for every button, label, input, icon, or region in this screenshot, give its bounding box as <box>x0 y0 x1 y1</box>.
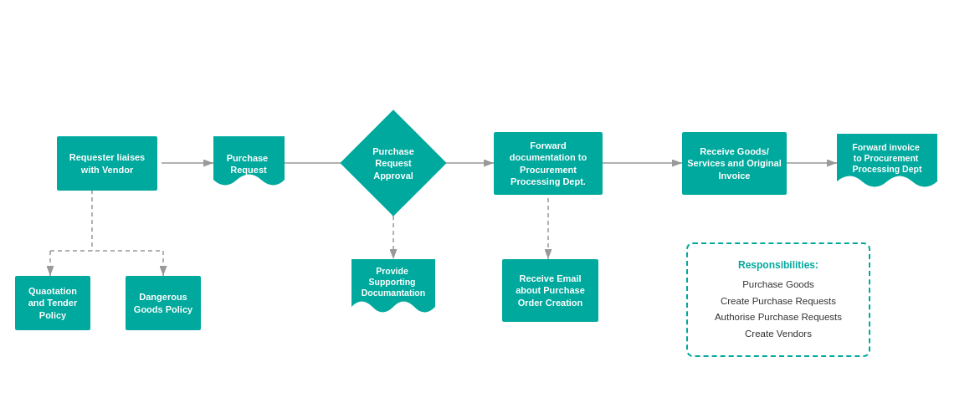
responsibilities-title: Responsibilities: <box>705 257 852 273</box>
responsibility-item-2: Create Purchase Requests <box>705 293 852 310</box>
svg-text:Forward invoice
        to Pro: Forward invoice to Procurement Processin… <box>852 142 922 174</box>
purchase-request-approval-node: Purchase Request Approval <box>340 110 446 216</box>
receive-goods-node: Receive Goods/ Services and Original Inv… <box>682 132 787 195</box>
dangerous-goods-node: Dangerous Goods Policy <box>126 276 201 330</box>
quotation-node: Quaotation and Tender Policy <box>15 276 90 330</box>
requester-node: Requester liaises with Vendor <box>57 136 157 191</box>
responsibility-item-3: Authorise Purchase Requests <box>705 309 852 326</box>
purchase-request-node: Purchase Request <box>213 136 285 191</box>
responsibility-item-1: Purchase Goods <box>705 277 852 293</box>
responsibility-item-4: Create Vendors <box>705 326 852 343</box>
provide-supporting-node: Provide Supporting Documantation <box>351 259 435 318</box>
receive-email-node: Receive Email about Purchase Order Creat… <box>502 259 598 322</box>
responsibilities-box: Responsibilities: Purchase Goods Create … <box>686 242 870 357</box>
forward-invoice-node: Forward invoice to Procurement Processin… <box>837 134 937 192</box>
forward-documentation-node: Forward documentation to Procurement Pro… <box>494 132 603 195</box>
